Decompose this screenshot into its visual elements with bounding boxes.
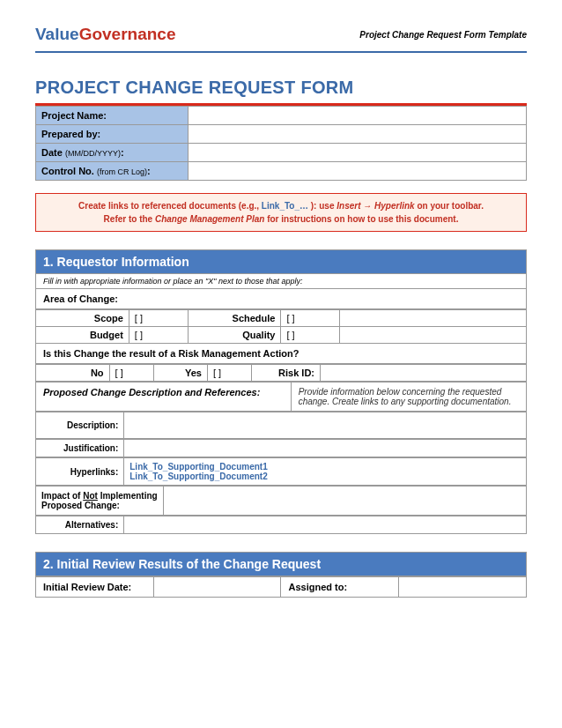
meta-table: Project Name: Prepared by: Date (MM/DD/Y… <box>35 106 527 181</box>
description-row: Description: <box>35 412 527 439</box>
project-name-value[interactable] <box>188 107 526 125</box>
support-link-2[interactable]: Link_To_Supporting_Document2 <box>129 472 268 481</box>
project-name-label: Project Name: <box>36 107 189 125</box>
schedule-label: Schedule <box>188 310 281 327</box>
risk-grid: No [ ] Yes [ ] Risk ID: <box>35 364 527 382</box>
yes-checkbox[interactable]: [ ] <box>207 365 251 382</box>
area-checkbox-grid: Scope [ ] Schedule [ ] Budget [ ] Qualit… <box>35 309 527 344</box>
scope-label: Scope <box>36 310 129 327</box>
logo-value: Value <box>35 25 79 43</box>
control-no-value[interactable] <box>188 162 526 181</box>
yes-label: Yes <box>153 365 207 382</box>
alternatives-row: Alternatives: <box>35 516 527 534</box>
alternatives-label: Alternatives: <box>36 516 124 534</box>
control-no-label: Control No. (from CR Log): <box>36 162 189 181</box>
alternatives-value[interactable] <box>124 516 527 534</box>
risk-question: Is this Change the result of a Risk Mana… <box>35 344 527 364</box>
proposed-change-row: Proposed Change Description and Referenc… <box>35 382 527 412</box>
support-link-1[interactable]: Link_To_Supporting_Document1 <box>129 462 268 472</box>
justification-row: Justification: <box>35 439 527 457</box>
date-label: Date (MM/DD/YYYY): <box>36 144 189 162</box>
riskid-label: Risk ID: <box>252 365 321 382</box>
page-title: PROJECT CHANGE REQUEST FORM <box>35 78 527 98</box>
assigned-to-value[interactable] <box>399 577 527 598</box>
review-date-label: Initial Review Date: <box>36 577 154 598</box>
logo: ValueGovernance <box>35 25 175 44</box>
description-label: Description: <box>36 412 124 439</box>
no-label: No <box>36 365 110 382</box>
document-subtitle: Project Change Request Form Template <box>359 30 527 40</box>
date-value[interactable] <box>188 144 526 162</box>
quality-checkbox[interactable]: [ ] <box>281 327 340 344</box>
document-header: ValueGovernance Project Change Request F… <box>35 25 527 53</box>
scope-checkbox[interactable]: [ ] <box>129 310 188 327</box>
hyperlinks-label: Hyperlinks: <box>36 458 124 486</box>
budget-label: Budget <box>36 327 129 344</box>
proposed-change-hint: Provide information below concerning the… <box>291 383 526 412</box>
justification-label: Justification: <box>36 440 124 457</box>
area-of-change-label: Area of Change: <box>35 289 527 309</box>
prepared-by-value[interactable] <box>188 125 526 144</box>
no-checkbox[interactable]: [ ] <box>109 365 153 382</box>
proposed-change-label: Proposed Change Description and Referenc… <box>36 383 292 412</box>
prepared-by-label: Prepared by: <box>36 125 189 144</box>
justification-value[interactable] <box>124 440 527 457</box>
sample-link: Link_To_… <box>262 201 308 211</box>
logo-governance: Governance <box>79 25 176 43</box>
impact-row: Impact of Not Implementing Proposed Chan… <box>35 486 527 516</box>
hyperlinks-value: Link_To_Supporting_Document1 Link_To_Sup… <box>124 458 527 486</box>
impact-value[interactable] <box>163 487 526 516</box>
quality-label: Quality <box>188 327 281 344</box>
instruction-box: Create links to referenced documents (e.… <box>35 193 527 232</box>
review-date-value[interactable] <box>153 577 281 598</box>
section1-header: 1. Requestor Information <box>35 249 527 274</box>
assigned-to-label: Assigned to: <box>281 577 399 598</box>
riskid-value[interactable] <box>321 365 527 382</box>
budget-checkbox[interactable]: [ ] <box>129 327 188 344</box>
review-grid: Initial Review Date: Assigned to: <box>35 576 527 598</box>
hyperlinks-row: Hyperlinks: Link_To_Supporting_Document1… <box>35 457 527 486</box>
impact-label: Impact of Not Implementing Proposed Chan… <box>36 487 164 516</box>
schedule-checkbox[interactable]: [ ] <box>281 310 340 327</box>
section2-header: 2. Initial Review Results of the Change … <box>35 552 527 576</box>
section1-hint: Fill in with appropriate information or … <box>35 274 527 289</box>
description-value[interactable] <box>124 412 527 439</box>
